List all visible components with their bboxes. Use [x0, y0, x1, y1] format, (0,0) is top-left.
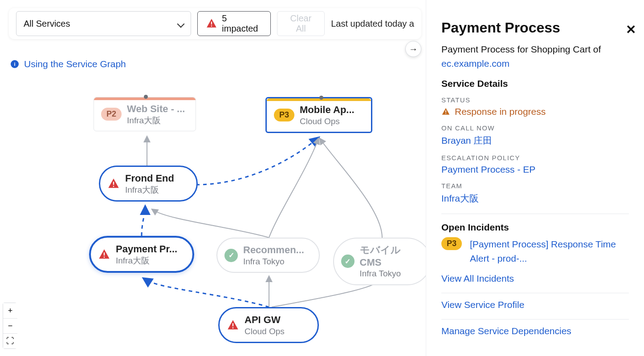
zoom-controls: + − ⛶ [3, 303, 17, 349]
node-mobile-app[interactable]: P3 Mobile Ap... Cloud Ops [265, 97, 372, 133]
node-team: Infra大阪 [116, 255, 177, 266]
team-link[interactable]: Infra大阪 [441, 192, 629, 205]
service-filter-label: All Services [24, 19, 70, 29]
warning-icon [98, 248, 110, 261]
warning-icon [206, 17, 217, 30]
close-button[interactable]: ✕ [626, 22, 636, 37]
node-frontend[interactable]: Frond End Infra大阪 [99, 166, 198, 202]
label-on-call: ON CALL NOW [441, 124, 629, 132]
node-title: Mobile Ap... [300, 104, 355, 116]
service-filter-select[interactable]: All Services [16, 11, 191, 36]
warning-icon [227, 319, 239, 332]
node-mobile-cms[interactable]: ✓ モバイルCMS Infra Tokyo [333, 238, 431, 285]
last-updated-label: Last updated today a [331, 19, 414, 29]
label-status: STATUS [441, 96, 629, 104]
manage-dependencies-link[interactable]: Manage Service Dependencies [441, 326, 629, 336]
incident-row: P3 [Payment Process] Response Time Alert… [441, 237, 629, 265]
view-all-incidents-link[interactable]: View All Incidents [441, 273, 629, 284]
priority-badge: P3 [274, 109, 294, 121]
node-payment-process[interactable]: Payment Pr... Infra大阪 [89, 236, 194, 273]
view-service-profile-link[interactable]: View Service Profile [441, 299, 629, 310]
impacted-filter[interactable]: 5 impacted [197, 11, 270, 36]
zoom-out-button[interactable]: − [3, 318, 17, 333]
node-api-gw[interactable]: API GW Cloud Ops [218, 307, 319, 343]
priority-badge: P2 [101, 108, 122, 121]
node-recommend[interactable]: ✓ Recommen... Infra Tokyo [216, 238, 320, 273]
section-open-incidents: Open Incidents [441, 222, 629, 233]
clear-all-button[interactable]: Clear All [277, 11, 325, 36]
check-icon: ✓ [224, 249, 238, 262]
node-title: Frond End [125, 172, 174, 185]
on-call-link[interactable]: Brayan 庄田 [441, 134, 629, 147]
node-title: API GW [245, 314, 285, 326]
node-team: Infra Tokyo [243, 256, 304, 267]
escalation-policy-link[interactable]: Payment Process - EP [441, 164, 629, 175]
node-title: Payment Pr... [116, 243, 177, 255]
panel-title: Payment Process [441, 20, 629, 36]
node-team: Cloud Ops [300, 116, 355, 127]
zoom-in-button[interactable]: + [3, 303, 17, 318]
topbar: All Services 5 impacted Clear All Last u… [9, 8, 421, 39]
node-title: Web Site - ... [127, 103, 185, 115]
node-team: Infra大阪 [125, 185, 174, 195]
section-service-details: Service Details [441, 78, 629, 89]
node-team: Infra大阪 [127, 115, 185, 126]
label-team: TEAM [441, 182, 629, 190]
incident-priority-badge: P3 [441, 237, 462, 250]
label-escalation: ESCALATION POLICY [441, 154, 629, 162]
service-url-link[interactable]: ec.example.com [441, 58, 509, 69]
panel-collapse-button[interactable]: → [405, 41, 421, 57]
service-detail-panel: ✕ Payment Process Payment Process for Sh… [426, 0, 644, 356]
impacted-count-label: 5 impacted [222, 13, 262, 34]
node-team: Infra Tokyo [360, 268, 422, 279]
node-website[interactable]: P2 Web Site - ... Infra大阪 [94, 97, 196, 131]
status-value: Response in progress [441, 106, 629, 117]
check-icon: ✓ [341, 255, 355, 268]
node-title: モバイルCMS [360, 244, 422, 268]
warning-icon [107, 178, 120, 190]
node-team: Cloud Ops [245, 326, 285, 337]
incident-title-link[interactable]: [Payment Process] Response Time Alert - … [470, 237, 629, 265]
service-graph-canvas[interactable]: P2 Web Site - ... Infra大阪 P3 Mobile Ap..… [0, 0, 428, 356]
node-title: Recommen... [243, 244, 304, 256]
panel-description: Payment Process for Shopping Cart of ec.… [441, 42, 629, 70]
zoom-fit-button[interactable]: ⛶ [3, 333, 17, 348]
warning-icon [441, 107, 450, 116]
arrow-right-icon: → [409, 44, 418, 54]
chevron-down-icon [178, 19, 183, 29]
